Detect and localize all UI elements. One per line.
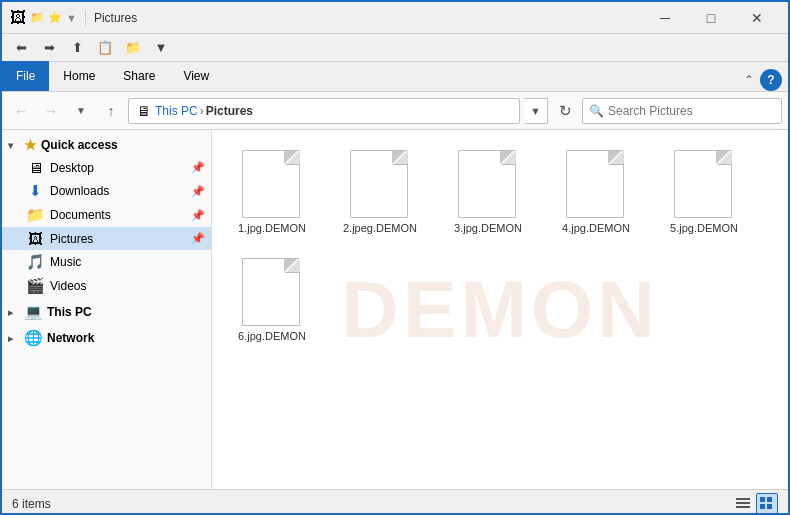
pin-icon-desktop: 📌 (191, 161, 205, 174)
sidebar-item-desktop[interactable]: 🖥 Desktop 📌 (2, 156, 211, 179)
file-label-f3: 3.jpg.DEMON (454, 222, 522, 234)
quick-access-header[interactable]: ▾ ★ Quick access (2, 134, 211, 156)
qt-back[interactable]: ⬅ (8, 37, 34, 59)
nav-forward-button[interactable]: → (38, 98, 64, 124)
tab-share[interactable]: Share (109, 61, 169, 91)
minimize-button[interactable]: ─ (642, 2, 688, 34)
status-bar: 6 items (2, 489, 788, 515)
quick-access-save[interactable]: 📁 (30, 11, 44, 24)
sidebar-item-pictures[interactable]: 🖼 Pictures 📌 (2, 227, 211, 250)
close-button[interactable]: ✕ (734, 2, 780, 34)
refresh-button[interactable]: ↻ (552, 98, 578, 124)
large-icons-view-button[interactable] (756, 493, 778, 515)
main-layout: ▾ ★ Quick access 🖥 Desktop 📌 ⬇ Downloads… (2, 130, 788, 489)
file-icon-f6 (240, 254, 304, 326)
window-controls: ─ □ ✕ (642, 2, 780, 34)
file-item-f1[interactable]: 1.jpg.DEMON (222, 140, 322, 240)
sidebar-section-quickaccess: ▾ ★ Quick access 🖥 Desktop 📌 ⬇ Downloads… (2, 134, 211, 298)
nav-back-button[interactable]: ← (8, 98, 34, 124)
network-label: Network (47, 331, 94, 345)
maximize-button[interactable]: □ (688, 2, 734, 34)
sidebar: ▾ ★ Quick access 🖥 Desktop 📌 ⬇ Downloads… (2, 130, 212, 489)
folder-icon: 🖼 (10, 9, 26, 27)
tab-file[interactable]: File (2, 61, 49, 91)
network-icon: 🌐 (24, 329, 43, 347)
breadcrumb-pictures[interactable]: Pictures (206, 104, 253, 118)
title-bar: 🖼 📁 ⭐ ▼ Pictures ─ □ ✕ (2, 2, 788, 34)
watermark: DEMON (341, 264, 659, 356)
file-page-f1 (242, 150, 300, 218)
pictures-icon: 🖼 (26, 230, 44, 247)
music-icon: 🎵 (26, 253, 44, 271)
thispc-header[interactable]: ▸ 💻 This PC (2, 300, 211, 324)
file-item-f2[interactable]: 2.jpeg.DEMON (330, 140, 430, 240)
help-button[interactable]: ? (760, 69, 782, 91)
file-label-f4: 4.jpg.DEMON (562, 222, 630, 234)
sidebar-item-pictures-label: Pictures (50, 232, 93, 246)
thispc-icon: 💻 (24, 303, 43, 321)
sidebar-item-music[interactable]: 🎵 Music (2, 250, 211, 274)
file-page-f4 (566, 150, 624, 218)
network-header[interactable]: ▸ 🌐 Network (2, 326, 211, 350)
details-view-button[interactable] (732, 493, 754, 515)
tab-home[interactable]: Home (49, 61, 109, 91)
file-label-f1: 1.jpg.DEMON (238, 222, 306, 234)
file-page-f2 (350, 150, 408, 218)
nav-dropdown-button[interactable]: ▼ (68, 98, 94, 124)
sidebar-item-downloads[interactable]: ⬇ Downloads 📌 (2, 179, 211, 203)
address-bar-row: ← → ▼ ↑ 🖥 This PC › Pictures ▼ ↻ 🔍 (2, 92, 788, 130)
qt-new-folder[interactable]: 📁 (120, 37, 146, 59)
view-toggle (732, 493, 778, 515)
qt-up[interactable]: ⬆ (64, 37, 90, 59)
svg-rect-5 (760, 504, 765, 509)
svg-rect-1 (736, 502, 750, 504)
search-box[interactable]: 🔍 (582, 98, 782, 124)
file-page-f6 (242, 258, 300, 326)
desktop-icon: 🖥 (26, 159, 44, 176)
sidebar-item-documents[interactable]: 📁 Documents 📌 (2, 203, 211, 227)
item-count: 6 items (12, 497, 51, 511)
sidebar-item-downloads-label: Downloads (50, 184, 109, 198)
quick-access-pin[interactable]: ⭐ (48, 11, 62, 24)
sidebar-section-thispc: ▸ 💻 This PC (2, 300, 211, 324)
file-item-f5[interactable]: 5.jpg.DEMON (654, 140, 754, 240)
address-chevron[interactable]: ▼ (524, 98, 548, 124)
file-item-f4[interactable]: 4.jpg.DEMON (546, 140, 646, 240)
nav-up-button[interactable]: ↑ (98, 98, 124, 124)
window-title: Pictures (94, 11, 642, 25)
qt-dropdown[interactable]: ▼ (148, 37, 174, 59)
tab-view[interactable]: View (169, 61, 223, 91)
address-folder-icon: 🖥 (137, 103, 151, 119)
star-icon: ★ (24, 137, 37, 153)
breadcrumb-thispc[interactable]: This PC (155, 104, 198, 118)
content-area: DEMON 1.jpg.DEMON 2.jpeg.DEMON 3.j (212, 130, 788, 489)
toolbar-dropdown[interactable]: ▼ (66, 12, 77, 24)
file-item-f6[interactable]: 6.jpg.DEMON (222, 248, 322, 348)
svg-rect-4 (767, 497, 772, 502)
file-item-f3[interactable]: 3.jpg.DEMON (438, 140, 538, 240)
downloads-icon: ⬇ (26, 182, 44, 200)
title-bar-icon: 🖼 📁 ⭐ ▼ (10, 9, 77, 27)
quick-access-label: Quick access (41, 138, 118, 152)
file-label-f6: 6.jpg.DEMON (238, 330, 306, 342)
file-fold-f3 (499, 151, 513, 165)
file-icon-f5 (672, 146, 736, 218)
file-page-f5 (674, 150, 732, 218)
qt-forward[interactable]: ➡ (36, 37, 62, 59)
sidebar-item-videos-label: Videos (50, 279, 86, 293)
chevron-right-network-icon: ▸ (8, 333, 20, 344)
svg-rect-2 (736, 506, 750, 508)
svg-rect-3 (760, 497, 765, 502)
chevron-down-icon: ▾ (8, 140, 20, 151)
pin-icon-downloads: 📌 (191, 185, 205, 198)
qt-properties[interactable]: 📋 (92, 37, 118, 59)
search-input[interactable] (608, 104, 775, 118)
breadcrumb-sep: › (200, 104, 204, 118)
sidebar-item-videos[interactable]: 🎬 Videos (2, 274, 211, 298)
sidebar-item-desktop-label: Desktop (50, 161, 94, 175)
ribbon-collapse[interactable]: ⌃ (744, 73, 754, 87)
videos-icon: 🎬 (26, 277, 44, 295)
address-box[interactable]: 🖥 This PC › Pictures (128, 98, 520, 124)
file-icon-f4 (564, 146, 628, 218)
svg-rect-6 (767, 504, 772, 509)
